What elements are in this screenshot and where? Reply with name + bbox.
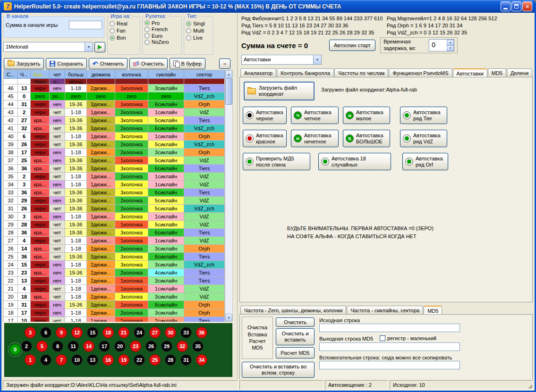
tab-Функционал PsevdoMS[interactable]: Функционал PsevdoMS	[389, 68, 452, 77]
tab-MD5[interactable]: MD5	[488, 68, 506, 77]
board-number-26[interactable]: 26	[145, 341, 157, 352]
scroll-up-button[interactable]: ▲	[225, 70, 232, 78]
board-number-13[interactable]: 13	[87, 354, 98, 366]
autobet-odd-button[interactable]: НАвтоставка нечетное	[291, 130, 339, 147]
titlebar[interactable]: 7 HelperRoullet 5.0- create helperroulle…	[1, 0, 535, 13]
scroll-down-button[interactable]: ▼	[225, 314, 232, 321]
board-number-21[interactable]: 21	[118, 327, 129, 338]
board-number-25[interactable]: 25	[149, 354, 161, 366]
table-row[interactable]: 4227кра...неч19-363дюжи...3колонка5сикла…	[4, 117, 224, 125]
column-header[interactable]: Кра...	[31, 70, 50, 79]
column-header[interactable]: чет	[50, 70, 65, 79]
board-number-32[interactable]: 32	[177, 341, 188, 352]
radio-multi[interactable]: Multi	[186, 28, 211, 33]
table-row[interactable]: 4431черннеч19-363дюжи...1колонка6сиклайн…	[4, 100, 224, 108]
board-number-28[interactable]: 28	[165, 354, 176, 366]
table-row[interactable]: 2836кра...чет19-363дюжи...3колонка6сикла…	[4, 229, 224, 237]
table-row[interactable]: 3636кра...чет19-363дюжи...3колонка6сикла…	[4, 165, 224, 173]
tab-Частота - Zero, шансы, дюжины, колонки[interactable]: Частота - Zero, шансы, дюжины, колонки	[240, 306, 346, 314]
autobet-dropdown-button[interactable]: ▼	[313, 55, 321, 64]
autobet-18-random-button[interactable]: Автоставка 18 случайных	[318, 153, 391, 170]
md5-calc-button[interactable]: Расчет MD5	[276, 347, 315, 359]
tab-Делени[interactable]: Делени	[507, 68, 532, 77]
table-row[interactable]: 2213черннеч1-182дюжи...1колонка3сиклайнT…	[4, 277, 224, 285]
board-number-16[interactable]: 16	[102, 354, 114, 366]
autobet-tier-row-button[interactable]: Автоставка ряд Tier	[400, 107, 447, 124]
table-row[interactable]: 352чернчет1-181дюжи...2колонка1сиклайнVd…	[4, 173, 224, 181]
radio-pro[interactable]: Pro	[145, 20, 179, 26]
board-number-8[interactable]: 8	[52, 341, 63, 352]
column-header[interactable]: сектор	[184, 70, 225, 79]
board-number-20[interactable]: 20	[114, 341, 126, 352]
tab-Частоты по числам[interactable]: Частоты по числам	[334, 68, 388, 77]
close-button[interactable]: ×	[522, 1, 532, 11]
tab-Контроль банкролла[interactable]: Контроль банкролла	[277, 68, 334, 77]
board-number-7[interactable]: 7	[56, 354, 67, 366]
radio-bon[interactable]: Bon	[110, 35, 138, 41]
board-number-31[interactable]: 31	[180, 354, 192, 366]
radio-french[interactable]: French	[145, 26, 179, 32]
md5-output-input[interactable]	[319, 342, 460, 351]
preset-dropdown-button[interactable]: ▼	[85, 42, 93, 51]
table-row[interactable]: 2018кра...чет1-182дюжи...3колонка3сиклай…	[4, 293, 224, 301]
resize-grip[interactable]: ◢	[528, 383, 532, 389]
table-row[interactable]: 4613черннеч1-182дюжи...1колонка3сиклайнT…	[4, 84, 224, 92]
maximize-button[interactable]	[511, 1, 521, 11]
table-row[interactable]: 1931черннеч19-363дюжи...1колонка6сиклайн…	[4, 301, 224, 309]
tab-Частота - сиклайны, сектора[interactable]: Частота - сиклайны, сектора	[347, 306, 423, 314]
table-row[interactable]: 450zeroze...zerozerozerozeroVdZ_zch	[4, 92, 224, 100]
board-number-15[interactable]: 15	[87, 327, 98, 338]
table-row[interactable]: 3725кра...неч19-363дюжи...1колонка5сикла…	[4, 157, 224, 165]
minimize-button[interactable]	[501, 1, 510, 11]
board-number-19[interactable]: 19	[118, 354, 129, 366]
board-number-6[interactable]: 6	[40, 327, 51, 338]
play-button[interactable]	[94, 42, 105, 52]
table-row[interactable]: 432чернчет1-181дюжи...2колонка1сиклайнVd…	[4, 108, 224, 117]
autobet-small-button[interactable]: мАвтоставка малое	[343, 107, 390, 124]
board-number-35[interactable]: 35	[192, 341, 204, 352]
table-row[interactable]: 3126чернчет19-363дюжи...2колонка5сиклайн…	[4, 205, 224, 213]
board-number-30[interactable]: 30	[165, 327, 176, 338]
spinner-up-button[interactable]: ▲	[447, 40, 454, 45]
table-row[interactable]: 1710чернчет1-181дюжи...1колонка2сиклайнT…	[4, 317, 224, 322]
board-number-9[interactable]: 9	[56, 327, 67, 338]
scrollbar-thumb[interactable]	[225, 78, 232, 105]
save-button[interactable]: Сохранить	[46, 58, 87, 69]
table-scrollbar[interactable]: ▲ ▼	[225, 70, 233, 322]
radio-real[interactable]: Real	[110, 21, 138, 26]
board-number-34[interactable]: 34	[196, 354, 207, 366]
md5-clear-paste-aux-button[interactable]: Очистить и вставить во вспом. строку	[242, 362, 315, 378]
board-number-2[interactable]: 2	[21, 341, 32, 352]
table-row[interactable]: 2928чернчет19-363дюжи...1колонка5сиклайн…	[4, 221, 224, 229]
radio-live[interactable]: Live	[186, 35, 211, 41]
table-row[interactable]: 2536кра...чет19-363дюжи...3колонка6сикла…	[4, 253, 224, 261]
board-number-17[interactable]: 17	[99, 341, 110, 352]
tab-MD5[interactable]: MD5	[424, 306, 442, 314]
table-row[interactable]: 2323кра...неч19-362дюжи...2колонка4сикла…	[4, 269, 224, 277]
board-number-11[interactable]: 11	[68, 341, 79, 352]
autobet-vdz-row-button[interactable]: Автоставка ряд VdZ	[400, 130, 447, 147]
tab-Анализатор[interactable]: Анализатор	[240, 68, 276, 77]
table-row[interactable]: 2614кра...чет1-182дюжи...2колонка3сиклай…	[4, 245, 224, 253]
undo-button[interactable]: ↶Отменить	[89, 58, 128, 69]
table-row[interactable]: 4132кра...чет19-363дюжи...2колонка6сикла…	[4, 125, 224, 133]
table-row[interactable]: 3229черннеч19-363дюжи...2колонка5сиклайн…	[4, 197, 224, 205]
check-md5-button[interactable]: Проверить МД5 после спина	[243, 153, 310, 170]
autobet-combobox[interactable]: Автоставки ▼	[241, 55, 322, 65]
table-row[interactable]: 406чернчет1-181дюжи...3колонка1сиклайнOr…	[4, 133, 224, 141]
table-row[interactable]: 3926чернчет19-363дюжи...2колонка5сиклайн…	[4, 141, 224, 149]
table-row[interactable]: 274чернчет1-181дюжи...1колонка1сиклайнVd…	[4, 237, 224, 245]
autobet-orf-row-button[interactable]: Автоставка ряд Orf	[402, 153, 448, 170]
board-number-12[interactable]: 12	[71, 327, 83, 338]
column-header[interactable]: колонка	[115, 70, 148, 79]
table-row[interactable]: 343кра...неч1-181дюжи...3колонка1сиклайн…	[4, 181, 224, 189]
table-row[interactable]: 1817черннеч1-182дюжи...2колонка3сиклайнO…	[4, 309, 224, 317]
md5-aux-input[interactable]	[319, 361, 460, 369]
table-row[interactable]: 303кра...неч1-181дюжи...3колонка1сиклайн…	[4, 213, 224, 221]
board-number-24[interactable]: 24	[134, 327, 145, 338]
board-number-10[interactable]: 10	[71, 354, 83, 366]
board-number-23[interactable]: 23	[130, 341, 141, 352]
collapse-button[interactable]: –	[219, 58, 230, 69]
column-header[interactable]: С...	[4, 70, 18, 79]
table-row[interactable]: 214чернчет1-181дюжи...1колонка1сиклайнVd…	[4, 285, 224, 293]
